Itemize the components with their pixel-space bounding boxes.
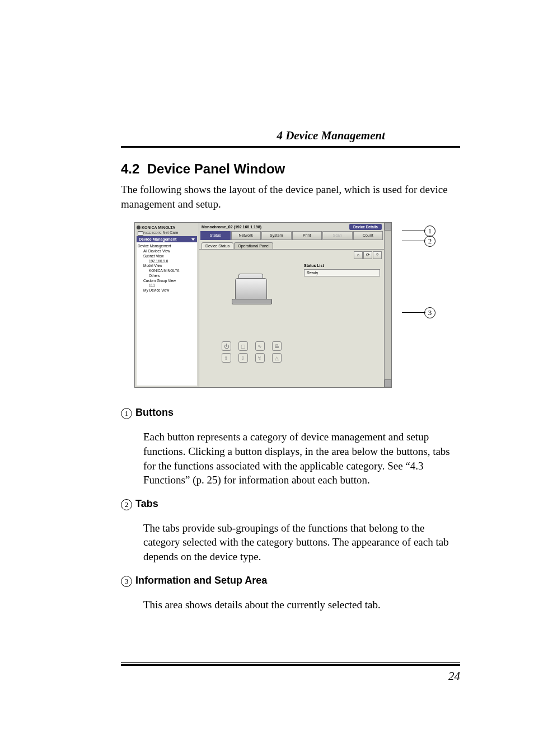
download-icon: ⇩ (238, 353, 248, 363)
link-icon: ↯ (255, 353, 265, 363)
refresh-icon[interactable]: ⟳ (363, 251, 372, 259)
tab-device-status[interactable]: Device Status (202, 242, 233, 249)
screenshot-figure: KONICA MINOLTA PAGE SCOPE Net Care Devic… (134, 222, 435, 388)
callout-number-2: 2 (424, 236, 435, 247)
vertical-scrollbar[interactable] (384, 223, 391, 387)
tree-item[interactable]: Others (138, 274, 196, 279)
tree-item[interactable]: KONICA MINOLTA (138, 269, 196, 274)
chapter-title: 4 Device Management (277, 129, 385, 142)
tab-row: Device Status Operational Panel (199, 240, 384, 249)
nav-dropdown-label: Device Management (139, 237, 176, 241)
upload-icon: ⇧ (222, 353, 231, 363)
item-1-title: Buttons (135, 407, 174, 418)
chevron-down-icon (191, 238, 195, 241)
nav-dropdown[interactable]: Device Management (137, 236, 197, 242)
category-print-button[interactable]: Print (292, 231, 322, 240)
printer-small-icon: 🖶 (272, 341, 282, 351)
scroll-down-icon[interactable] (385, 379, 391, 387)
item-3-title: Information and Setup Area (135, 575, 267, 586)
item-2-heading: 2Tabs (121, 498, 460, 510)
callout-3: 3 (424, 307, 435, 318)
item-3-heading: 3Information and Setup Area (121, 575, 460, 587)
paper-icon: ▢ (238, 341, 248, 351)
warning-icon: △ (272, 353, 282, 363)
tree-item[interactable]: My Device View (138, 288, 196, 293)
page-header: 4 Device Management (121, 0, 460, 148)
tree-item[interactable]: Device Management (138, 244, 196, 249)
tree-item[interactable]: Subnet View (138, 254, 196, 259)
device-panel: Monochrome_02 (192.168.1.198) Device Det… (199, 223, 384, 387)
device-image-pane: ⏻ ▢ ∿ 🖶 ⇧ ⇩ ↯ △ (201, 251, 302, 386)
item-1-heading: 1Buttons (121, 407, 460, 419)
app-name-text: Net Care (162, 231, 178, 234)
toolbar-corner: ⌂ ⟳ ? (354, 251, 382, 259)
section-intro: The following shows the layout of the de… (121, 182, 460, 211)
item-1-number: 1 (121, 408, 132, 419)
power-icon: ⏻ (222, 341, 231, 351)
callout-number-1: 1 (424, 226, 435, 237)
tree-item[interactable]: Custom Group View (138, 279, 196, 284)
nav-tree[interactable]: Device Management All Devices View Subne… (137, 242, 197, 386)
status-list-pane: Status List Ready (302, 251, 382, 386)
tab-operational-panel[interactable]: Operational Panel (234, 242, 273, 249)
category-status-button[interactable]: Status (200, 231, 231, 240)
home-icon[interactable]: ⌂ (354, 251, 363, 259)
item-2-title: Tabs (135, 498, 158, 509)
app-window: KONICA MINOLTA PAGE SCOPE Net Care Devic… (134, 222, 392, 388)
category-system-button[interactable]: System (261, 231, 292, 240)
pulse-icon: ∿ (255, 341, 265, 351)
info-setup-area: ⌂ ⟳ ? ⏻ ▢ ∿ 🖶 (199, 249, 384, 387)
printer-icon (232, 274, 271, 304)
tree-item[interactable]: 192.168.9.0 (138, 259, 196, 264)
sidebar: KONICA MINOLTA PAGE SCOPE Net Care Devic… (135, 223, 199, 387)
item-1-body: Each button represents a category of dev… (143, 430, 460, 487)
device-details-button[interactable]: Device Details (349, 224, 382, 230)
app-subtitle: PAGE SCOPE (143, 231, 161, 234)
item-2-number: 2 (121, 499, 132, 510)
callout-1: 1 (424, 226, 435, 237)
callout-number-3: 3 (424, 307, 435, 318)
section-number: 4.2 (121, 161, 139, 176)
category-count-button[interactable]: Count (353, 231, 383, 240)
section-title-text: Device Panel Window (147, 161, 285, 176)
category-network-button[interactable]: Network (231, 231, 261, 240)
help-icon[interactable]: ? (373, 251, 382, 259)
tree-item[interactable]: Model View (138, 264, 196, 269)
brand-logo: KONICA MINOLTA (137, 224, 197, 231)
item-3-number: 3 (121, 576, 132, 587)
category-button-row: Status Network System Print Scan Count (199, 231, 384, 240)
app-name: PAGE SCOPE Net Care (137, 231, 197, 234)
status-icon-grid: ⏻ ▢ ∿ 🖶 ⇧ ⇩ ↯ △ (214, 338, 288, 366)
status-list-label: Status List (304, 264, 380, 267)
tree-item[interactable]: All Devices View (138, 249, 196, 254)
category-scan-button: Scan (322, 231, 353, 240)
tree-item[interactable]: 111 (138, 283, 196, 288)
section-heading: 4.2 Device Panel Window (121, 161, 460, 177)
callout-2: 2 (424, 236, 435, 247)
page-number: 24 (121, 669, 460, 683)
device-title-bar: Monochrome_02 (192.168.1.198) Device Det… (199, 223, 384, 231)
device-title: Monochrome_02 (192.168.1.198) (202, 225, 349, 229)
scroll-up-icon[interactable] (385, 223, 391, 231)
item-3-body: This area shows details about the curren… (143, 598, 460, 612)
page-footer: 24 (121, 662, 460, 683)
status-value: Ready (304, 269, 380, 276)
item-2-body: The tabs provide sub-groupings of the fu… (143, 521, 460, 564)
